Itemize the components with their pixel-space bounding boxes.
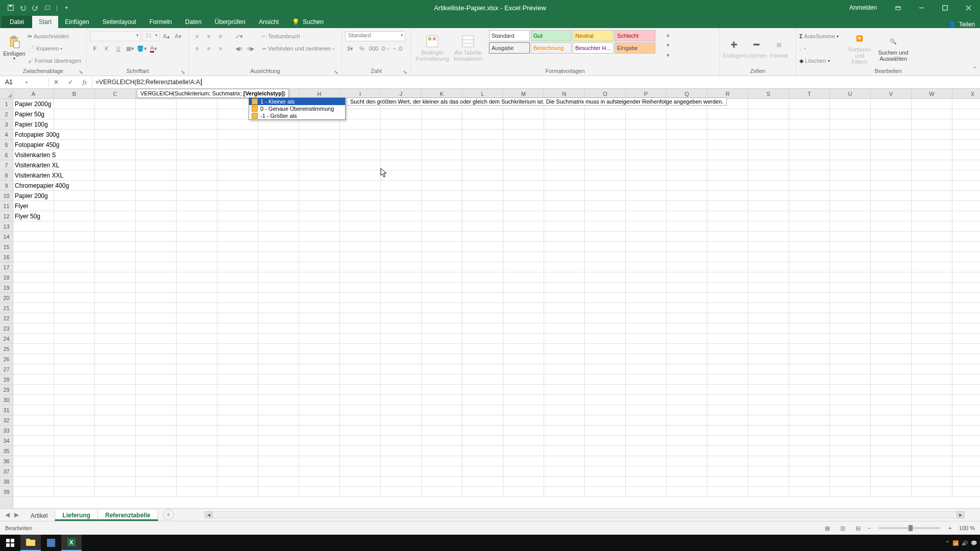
cell[interactable] — [952, 374, 980, 385]
row-header[interactable]: 27 — [0, 364, 13, 374]
cell[interactable] — [952, 262, 980, 272]
cell[interactable] — [912, 232, 952, 242]
cell[interactable] — [626, 364, 667, 374]
cell[interactable] — [503, 334, 544, 344]
cell[interactable] — [871, 395, 912, 405]
cell[interactable] — [503, 221, 544, 232]
cell[interactable] — [626, 232, 667, 242]
cell[interactable] — [54, 385, 95, 395]
cell[interactable] — [789, 487, 830, 497]
cell[interactable] — [667, 344, 707, 354]
cell[interactable] — [136, 466, 177, 477]
cell[interactable] — [626, 456, 667, 466]
qat-dropdown-icon[interactable]: ▾ — [63, 4, 70, 11]
cell[interactable] — [789, 109, 830, 119]
row-header[interactable]: 10 — [0, 191, 13, 201]
cell[interactable] — [340, 242, 381, 252]
cell[interactable] — [462, 221, 503, 232]
cell[interactable] — [667, 170, 707, 181]
cell[interactable] — [707, 130, 748, 140]
cell[interactable] — [585, 150, 626, 160]
cell[interactable] — [13, 415, 54, 425]
cell[interactable] — [912, 283, 952, 293]
cell[interactable] — [422, 303, 462, 313]
cell[interactable] — [830, 313, 871, 323]
cell[interactable] — [340, 181, 381, 191]
cell[interactable] — [136, 221, 177, 232]
cell[interactable] — [299, 262, 340, 272]
function-arg-options[interactable]: 1 - Kleiner als 0 - Genaue Übereinstimmu… — [249, 97, 346, 120]
copy-button[interactable]: 📄Kopieren▾ — [28, 43, 81, 54]
cell[interactable] — [789, 425, 830, 436]
cell[interactable] — [585, 181, 626, 191]
cell[interactable]: Visitenkarten XL — [13, 160, 54, 170]
cell[interactable] — [217, 313, 258, 323]
cell[interactable] — [299, 364, 340, 374]
cell[interactable] — [136, 191, 177, 201]
cell[interactable] — [789, 283, 830, 293]
cell[interactable] — [952, 405, 980, 415]
cell[interactable] — [422, 385, 462, 395]
cell[interactable] — [544, 283, 585, 293]
cell[interactable] — [871, 487, 912, 497]
cell[interactable] — [912, 313, 952, 323]
cell[interactable] — [503, 354, 544, 364]
dialog-launcher-icon[interactable]: ⬊ — [333, 69, 338, 74]
cell[interactable] — [217, 477, 258, 487]
cell[interactable] — [544, 160, 585, 170]
cell[interactable] — [707, 283, 748, 293]
column-header[interactable]: S — [748, 89, 789, 98]
cell[interactable] — [258, 211, 299, 221]
cell[interactable] — [830, 242, 871, 252]
cell[interactable] — [422, 283, 462, 293]
cell[interactable] — [626, 221, 667, 232]
cell[interactable] — [871, 252, 912, 262]
cell[interactable] — [422, 477, 462, 487]
cell[interactable] — [54, 221, 95, 232]
cell[interactable] — [667, 477, 707, 487]
cell[interactable] — [13, 283, 54, 293]
cell[interactable] — [258, 303, 299, 313]
cell[interactable] — [54, 191, 95, 201]
cell[interactable] — [748, 232, 789, 242]
cell[interactable] — [585, 323, 626, 334]
cell[interactable] — [789, 130, 830, 140]
cell[interactable] — [54, 425, 95, 436]
cell[interactable] — [707, 262, 748, 272]
cell[interactable] — [748, 344, 789, 354]
cell[interactable] — [340, 334, 381, 344]
cell[interactable] — [503, 364, 544, 374]
cell[interactable] — [667, 181, 707, 191]
cell[interactable] — [748, 456, 789, 466]
cell[interactable] — [626, 109, 667, 119]
cell[interactable] — [748, 252, 789, 262]
cell[interactable] — [340, 405, 381, 415]
cell[interactable] — [95, 374, 136, 385]
cell[interactable] — [667, 364, 707, 374]
column-header[interactable]: X — [952, 89, 980, 98]
cell[interactable] — [217, 344, 258, 354]
cell[interactable] — [707, 313, 748, 323]
cell[interactable] — [54, 395, 95, 405]
cell[interactable] — [13, 303, 54, 313]
cell[interactable] — [830, 130, 871, 140]
cell[interactable] — [340, 385, 381, 395]
cell[interactable] — [544, 211, 585, 221]
cell[interactable] — [871, 191, 912, 201]
cell[interactable] — [912, 456, 952, 466]
cell[interactable] — [54, 313, 95, 323]
cell[interactable] — [217, 395, 258, 405]
cell[interactable] — [871, 415, 912, 425]
cell[interactable] — [217, 191, 258, 201]
cell[interactable] — [258, 313, 299, 323]
cell[interactable] — [177, 140, 217, 150]
cell[interactable] — [830, 334, 871, 344]
font-size-dropdown[interactable]: 11 — [142, 31, 160, 41]
cell[interactable] — [667, 150, 707, 160]
cell[interactable] — [177, 191, 217, 201]
cell[interactable] — [912, 395, 952, 405]
cell[interactable] — [177, 436, 217, 446]
row-header[interactable]: 36 — [0, 456, 13, 466]
row-header[interactable]: 3 — [0, 119, 13, 130]
cell[interactable] — [830, 415, 871, 425]
